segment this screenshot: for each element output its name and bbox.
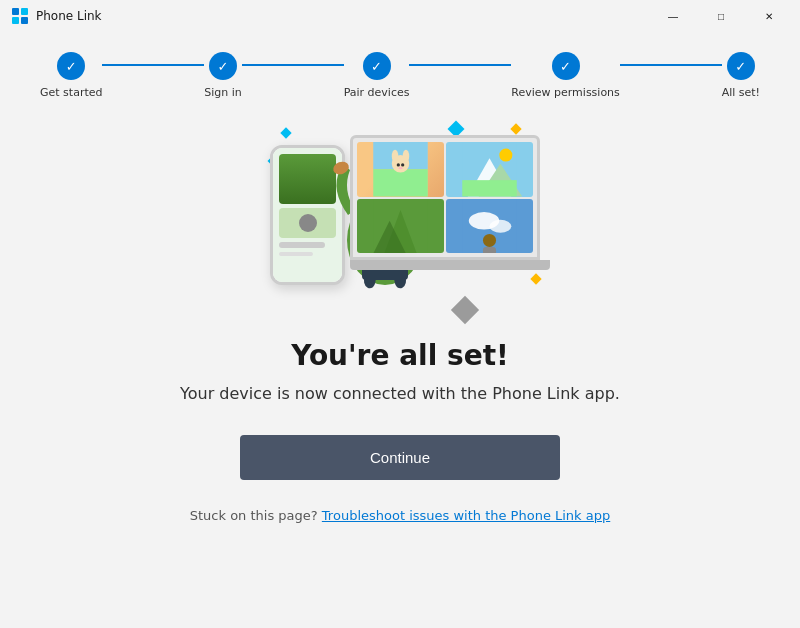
minimize-button[interactable]: — (650, 0, 696, 32)
main-content: You're all set! Your device is now conne… (0, 115, 800, 523)
success-subheading: Your device is now connected with the Ph… (180, 384, 620, 403)
svg-point-20 (397, 163, 400, 166)
step-2-label: Sign in (204, 86, 242, 99)
laptop-cell-green (357, 199, 444, 254)
step-4-circle: ✓ (552, 52, 580, 80)
success-heading: You're all set! (291, 339, 509, 372)
diamond-1 (280, 127, 291, 138)
connector-2 (242, 64, 344, 66)
step-all-set: ✓ All set! (722, 52, 760, 99)
diamond-3 (510, 123, 521, 134)
svg-rect-16 (373, 169, 428, 196)
step-pair-devices: ✓ Pair devices (344, 52, 410, 99)
svg-rect-26 (462, 180, 517, 196)
connector-4 (620, 64, 722, 66)
window-controls: — □ ✕ (650, 0, 792, 32)
svg-rect-2 (12, 17, 19, 24)
step-5-label: All set! (722, 86, 760, 99)
close-button[interactable]: ✕ (746, 0, 792, 32)
phone-bar-2 (279, 252, 313, 256)
step-2-circle: ✓ (209, 52, 237, 80)
step-sign-in: ✓ Sign in (204, 52, 242, 99)
step-1-circle: ✓ (57, 52, 85, 80)
svg-rect-1 (21, 8, 28, 15)
svg-point-22 (398, 167, 402, 169)
step-review-permissions: ✓ Review permissions (511, 52, 620, 99)
svg-point-33 (490, 219, 512, 232)
laptop-illustration (350, 135, 550, 275)
phone-avatar (299, 214, 317, 232)
troubleshoot-link[interactable]: Troubleshoot issues with the Phone Link … (322, 508, 610, 523)
svg-rect-3 (21, 17, 28, 24)
svg-point-27 (499, 149, 512, 162)
step-3-label: Pair devices (344, 86, 410, 99)
maximize-button[interactable]: □ (698, 0, 744, 32)
step-5-circle: ✓ (727, 52, 755, 80)
footer-stuck-text: Stuck on this page? (190, 508, 318, 523)
title-bar: Phone Link — □ ✕ (0, 0, 800, 32)
step-4-label: Review permissions (511, 86, 620, 99)
progress-stepper: ✓ Get started ✓ Sign in ✓ Pair devices ✓… (0, 32, 800, 115)
step-3-circle: ✓ (363, 52, 391, 80)
laptop-base (350, 260, 550, 270)
laptop-cell-bunny (357, 142, 444, 197)
laptop-cell-mountain (446, 142, 533, 197)
app-title: Phone Link (36, 9, 102, 23)
phone-link-app-icon (12, 8, 28, 24)
continue-button[interactable]: Continue (240, 435, 560, 480)
step-1-label: Get started (40, 86, 102, 99)
connector-3 (409, 64, 511, 66)
diamond-5 (530, 273, 541, 284)
svg-rect-0 (12, 8, 19, 15)
laptop-screen (350, 135, 540, 260)
svg-point-18 (392, 150, 399, 163)
connector-1 (102, 64, 204, 66)
svg-point-19 (403, 150, 410, 163)
illustration (230, 115, 570, 315)
step-get-started: ✓ Get started (40, 52, 102, 99)
laptop-stand-diamond (451, 296, 479, 324)
laptop-cell-sky (446, 199, 533, 254)
title-bar-left: Phone Link (12, 8, 102, 24)
phone-bar-1 (279, 242, 325, 248)
footer: Stuck on this page? Troubleshoot issues … (190, 508, 611, 523)
svg-point-34 (483, 233, 496, 246)
svg-rect-35 (483, 246, 496, 253)
svg-point-21 (401, 163, 404, 166)
